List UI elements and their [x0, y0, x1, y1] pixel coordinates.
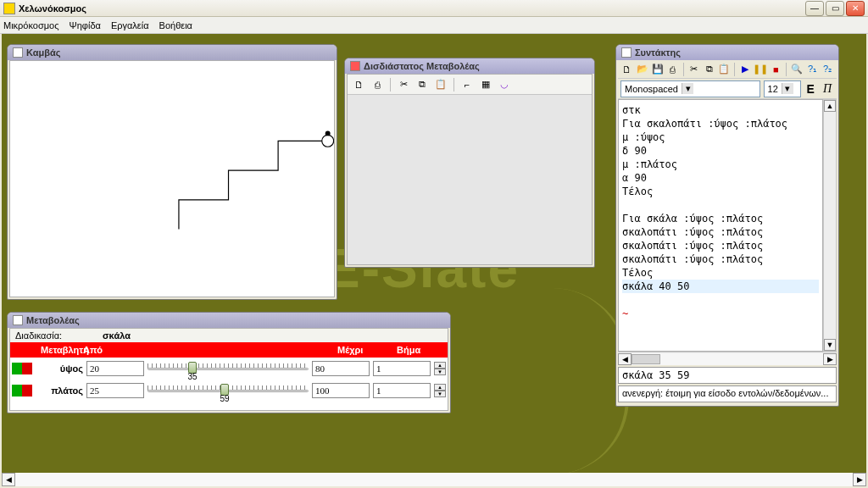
procedure-label: Διαδικασία:: [15, 330, 62, 341]
close-button[interactable]: ✕: [846, 1, 865, 16]
svg-point-1: [326, 130, 331, 136]
paste-icon[interactable]: 📋: [718, 63, 732, 76]
open-icon[interactable]: 📂: [636, 63, 649, 76]
font-combo[interactable]: Monospaced ▾: [620, 80, 760, 97]
scroll-left-icon[interactable]: ◀: [2, 473, 15, 486]
variator-row-1: πλάτος 59 ▲▼: [10, 380, 448, 402]
header-from: Από: [78, 345, 146, 355]
procedure-name: σκάλα: [103, 330, 131, 341]
variator2d-icon: [350, 61, 360, 71]
menu-microworld[interactable]: Μικρόκοσμος: [3, 20, 59, 30]
new-file-icon[interactable]: 🗋: [620, 63, 634, 76]
variator-body: Διαδικασία: σκάλα Μεταβλητή Από Μέχρι Βή…: [9, 328, 448, 411]
menu-help[interactable]: Βοήθεια: [159, 20, 192, 30]
java-icon: [13, 47, 23, 58]
italic-button[interactable]: Π: [821, 82, 834, 96]
menu-component[interactable]: Ψηφίδα: [70, 20, 101, 30]
spin-up-0[interactable]: ▲: [434, 362, 446, 369]
to-input-0[interactable]: [312, 361, 370, 376]
workspace-hscrollbar[interactable]: ◀ ▶: [2, 473, 866, 486]
var-name-1: πλάτος: [41, 385, 83, 396]
from-input-0[interactable]: [86, 361, 144, 376]
titlebar: Χελωνόκοσμος — ▭ ✕: [0, 0, 868, 17]
new-icon[interactable]: 🗋: [351, 77, 366, 92]
spin-up-1[interactable]: ▲: [434, 384, 446, 391]
variator2d-titlebar[interactable]: Δισδιάστατος Μεταβολέας: [345, 58, 594, 74]
bold-button[interactable]: E: [804, 82, 817, 96]
spin-down-1[interactable]: ▼: [434, 391, 446, 397]
scroll-right-icon[interactable]: ▶: [853, 473, 866, 486]
variator2d-toolbar: 🗋 ⎙ ✂ ⧉ 📋 ⌐ ▦ ◡: [348, 75, 592, 95]
editor-title: Συντάκτης: [635, 47, 681, 58]
editor-panel: Συντάκτης 🗋 📂 💾 ⎙ ✂ ⧉ 📋 ▶ ❚❚ ■ 🔍 ?₁ ?₂: [615, 44, 839, 407]
from-input-1[interactable]: [86, 383, 144, 398]
canvas-titlebar[interactable]: Καμβάς: [8, 45, 337, 60]
step-input-0[interactable]: [373, 361, 431, 376]
command-input[interactable]: σκάλα 35 59: [618, 367, 837, 384]
font-value: Monospaced: [625, 84, 678, 94]
step-input-1[interactable]: [373, 383, 431, 398]
help2-icon[interactable]: ?₂: [821, 63, 834, 76]
editor-format-toolbar: Monospaced ▾ 12 ▾ E Π: [618, 79, 837, 99]
header-variable: Μεταβλητή: [36, 345, 78, 355]
stop-icon[interactable]: ■: [769, 63, 782, 76]
spinner-1: ▲▼: [434, 384, 446, 397]
variator-header: Μεταβλητή Από Μέχρι Βήμα: [10, 342, 448, 358]
paste-icon[interactable]: 📋: [433, 77, 448, 92]
color-swatch-icon[interactable]: [12, 363, 32, 374]
minimize-button[interactable]: —: [805, 1, 824, 16]
menubar: Μικρόκοσμος Ψηφίδα Εργαλεία Βοήθεια: [0, 17, 868, 34]
save-icon[interactable]: 💾: [651, 63, 665, 76]
pause-icon[interactable]: ❚❚: [754, 63, 767, 76]
to-input-1[interactable]: [312, 383, 370, 398]
editor-hscrollbar[interactable]: ◀ ▶: [618, 352, 837, 365]
code-editor[interactable]: στκΓια σκαλοπάτι :ύψος :πλάτοςμ :ύψοςδ 9…: [618, 99, 823, 352]
editor-titlebar[interactable]: Συντάκτης: [616, 45, 838, 60]
procedure-row: Διαδικασία: σκάλα: [10, 329, 448, 342]
var-name-0: ύψος: [41, 363, 83, 374]
svg-point-0: [322, 135, 334, 147]
slider-0[interactable]: 35: [147, 360, 309, 377]
variator-panel: Μεταβολέας Διαδικασία: σκάλα Μεταβλητή Α…: [7, 312, 451, 413]
size-combo[interactable]: 12 ▾: [764, 80, 801, 97]
variator-titlebar[interactable]: Μεταβολέας: [8, 313, 450, 328]
workspace: E-Slate Καμβάς Δισδιάστατος Μεταβολέας 🗋…: [2, 34, 866, 473]
app-icon: [3, 3, 15, 14]
cut-icon[interactable]: ✂: [396, 77, 411, 92]
turtle-canvas[interactable]: [10, 61, 334, 297]
slider-1[interactable]: 59: [147, 382, 309, 399]
grid-icon[interactable]: ▦: [478, 77, 493, 92]
editor-vscrollbar[interactable]: ▲ ▼: [823, 99, 837, 352]
print-icon[interactable]: ⎙: [666, 63, 680, 76]
scroll-left-icon[interactable]: ◀: [618, 353, 632, 365]
menu-tools[interactable]: Εργαλεία: [111, 20, 149, 30]
scroll-right-icon[interactable]: ▶: [823, 353, 837, 365]
chevron-down-icon[interactable]: ▾: [682, 83, 693, 94]
size-value: 12: [768, 84, 778, 94]
chevron-down-icon[interactable]: ▾: [782, 83, 793, 94]
scroll-up-icon[interactable]: ▲: [824, 100, 836, 112]
variator-icon: [13, 315, 23, 325]
variator2d-title: Δισδιάστατος Μεταβολέας: [364, 61, 480, 71]
variator-title: Μεταβολέας: [26, 315, 80, 325]
find-icon[interactable]: 🔍: [790, 63, 804, 76]
copy-icon[interactable]: ⧉: [703, 63, 716, 76]
hscroll-thumb[interactable]: [632, 354, 660, 364]
color-swatch-icon[interactable]: [12, 385, 32, 396]
header-step: Βήμα: [392, 345, 434, 355]
canvas-body[interactable]: [9, 60, 335, 297]
canvas-panel: Καμβάς: [7, 44, 337, 300]
spin-down-0[interactable]: ▼: [434, 369, 446, 375]
status-bar: ανενεργή: έτοιμη για είσοδο εντολών/δεδο…: [618, 385, 837, 402]
maximize-button[interactable]: ▭: [826, 1, 844, 16]
run-icon[interactable]: ▶: [738, 63, 752, 76]
slider-value-1: 59: [220, 394, 230, 403]
copy-icon[interactable]: ⧉: [415, 77, 430, 92]
axis-icon[interactable]: ⌐: [459, 77, 475, 92]
print-icon[interactable]: ⎙: [370, 77, 385, 92]
scroll-down-icon[interactable]: ▼: [824, 339, 836, 351]
curve-icon[interactable]: ◡: [497, 77, 512, 92]
cut-icon[interactable]: ✂: [687, 63, 701, 76]
help-icon[interactable]: ?₁: [805, 63, 819, 76]
spinner-0: ▲▼: [434, 362, 446, 375]
